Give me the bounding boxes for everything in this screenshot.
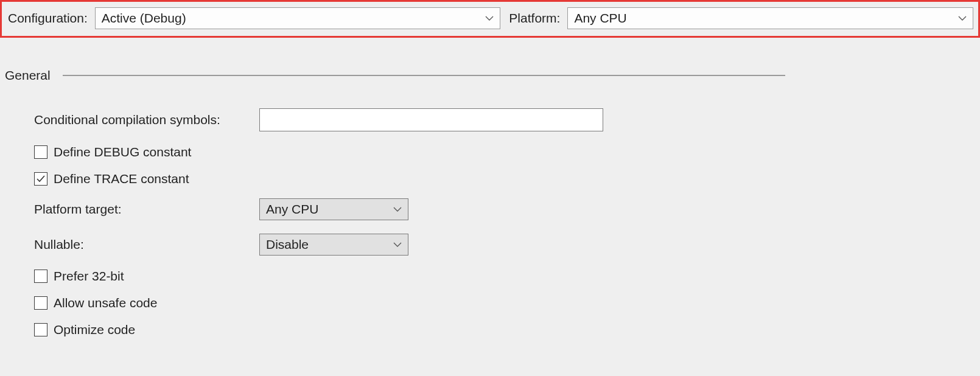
section-divider <box>63 75 785 76</box>
allow-unsafe-label: Allow unsafe code <box>54 296 157 310</box>
define-trace-label: Define TRACE constant <box>54 172 189 186</box>
allow-unsafe-row: Allow unsafe code <box>34 296 980 310</box>
nullable-select[interactable]: Disable <box>259 234 408 256</box>
define-trace-row: Define TRACE constant <box>34 172 980 186</box>
optimize-code-checkbox[interactable] <box>34 323 47 336</box>
nullable-label: Nullable: <box>34 237 259 252</box>
platform-target-select[interactable]: Any CPU <box>259 198 408 220</box>
nullable-row: Nullable: Disable <box>34 234 980 256</box>
chevron-down-icon <box>958 16 967 21</box>
platform-target-value: Any CPU <box>266 202 318 217</box>
platform-select[interactable]: Any CPU <box>567 7 973 29</box>
prefer-32bit-checkbox[interactable] <box>34 270 47 283</box>
chevron-down-icon <box>485 16 494 21</box>
symbols-row: Conditional compilation symbols: <box>34 108 980 131</box>
platform-target-label: Platform target: <box>34 202 259 217</box>
prefer-32bit-label: Prefer 32-bit <box>54 269 124 284</box>
prefer-32bit-row: Prefer 32-bit <box>34 269 980 284</box>
configuration-label: Configuration: <box>7 11 88 26</box>
symbols-label: Conditional compilation symbols: <box>34 113 259 127</box>
configuration-select[interactable]: Active (Debug) <box>95 7 501 29</box>
define-debug-row: Define DEBUG constant <box>34 145 980 159</box>
define-trace-checkbox[interactable] <box>34 172 47 186</box>
optimize-code-label: Optimize code <box>54 322 135 337</box>
define-debug-label: Define DEBUG constant <box>54 145 191 159</box>
allow-unsafe-checkbox[interactable] <box>34 296 47 310</box>
optimize-code-row: Optimize code <box>34 322 980 337</box>
platform-target-row: Platform target: Any CPU <box>34 198 980 220</box>
general-section-title: General <box>5 68 51 83</box>
symbols-input[interactable] <box>259 108 603 131</box>
general-section-header: General <box>5 68 980 83</box>
nullable-value: Disable <box>266 237 309 252</box>
config-platform-bar: Configuration: Active (Debug) Platform: … <box>0 0 980 38</box>
chevron-down-icon <box>393 207 402 212</box>
chevron-down-icon <box>393 242 402 247</box>
define-debug-checkbox[interactable] <box>34 145 47 159</box>
configuration-value: Active (Debug) <box>102 11 186 26</box>
platform-label: Platform: <box>508 11 560 26</box>
platform-value: Any CPU <box>574 11 626 26</box>
build-settings-panel: General Conditional compilation symbols:… <box>0 38 980 337</box>
